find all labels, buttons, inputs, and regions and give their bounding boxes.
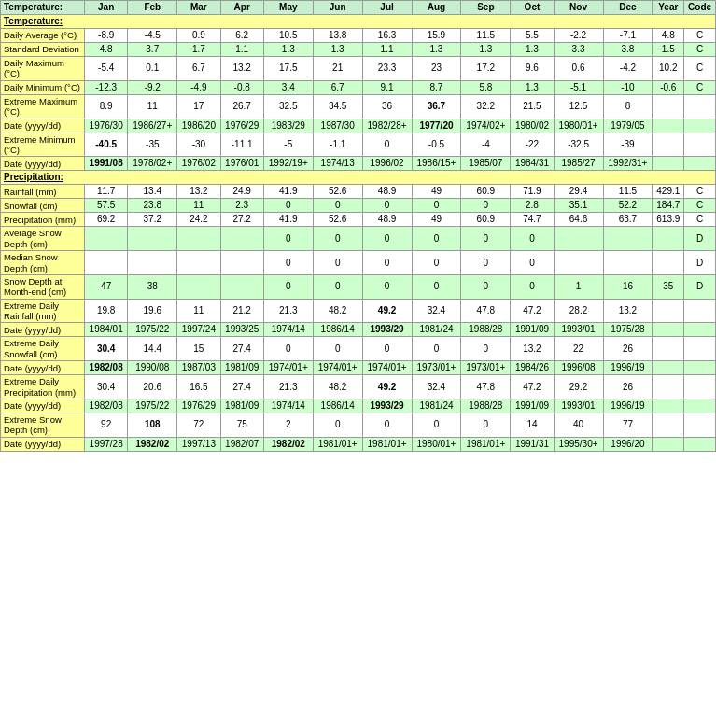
cell-6-0: 1976/30	[85, 119, 128, 133]
cell-23-5: 0	[313, 413, 362, 438]
cell-20-12	[653, 361, 684, 375]
row-label-21: Extreme Daily Precipitation (mm)	[1, 375, 85, 399]
cell-23-11: 77	[603, 413, 653, 438]
cell-1-10: -2.2	[554, 29, 603, 43]
cell-21-3: 27.4	[220, 375, 263, 399]
row-label-3: Daily Maximum (°C)	[1, 57, 85, 81]
cell-2-4: 1.3	[263, 43, 313, 57]
cell-24-5: 1981/01+	[313, 437, 362, 451]
cell-14-13: D	[684, 251, 716, 275]
row-label-7: Extreme Minimum (°C)	[1, 133, 85, 157]
row-label-12: Precipitation (mm)	[1, 213, 85, 227]
cell-8-3: 1976/01	[220, 157, 263, 171]
cell-3-8: 17.2	[461, 57, 511, 81]
header-may: May	[263, 1, 313, 15]
cell-6-7: 1977/20	[412, 119, 461, 133]
cell-12-11: 63.7	[603, 213, 653, 227]
section-header-9: Precipitation:	[1, 171, 716, 185]
cell-24-2: 1997/13	[177, 437, 220, 451]
cell-14-12	[653, 251, 684, 275]
cell-10-4: 41.9	[263, 185, 313, 199]
cell-20-7: 1973/01+	[412, 361, 461, 375]
cell-19-8: 0	[461, 337, 511, 361]
cell-11-9: 2.8	[511, 199, 554, 213]
cell-2-13: C	[684, 43, 716, 57]
cell-7-3: -11.1	[220, 133, 263, 157]
cell-12-10: 64.6	[554, 213, 603, 227]
row-label-6: Date (yyyy/dd)	[1, 119, 85, 133]
cell-23-13	[684, 413, 716, 438]
cell-20-5: 1974/01+	[313, 361, 362, 375]
cell-4-7: 8.7	[412, 80, 461, 94]
cell-1-8: 11.5	[461, 29, 511, 43]
cell-5-12	[653, 94, 684, 119]
cell-23-7: 0	[412, 413, 461, 438]
cell-1-1: -4.5	[128, 29, 177, 43]
cell-12-1: 37.2	[128, 213, 177, 227]
row-label-13: Average Snow Depth (cm)	[1, 227, 85, 251]
cell-8-9: 1984/31	[511, 157, 554, 171]
cell-15-11: 16	[603, 274, 653, 299]
cell-24-9: 1991/31	[511, 437, 554, 451]
cell-15-1: 38	[128, 274, 177, 299]
cell-11-2: 11	[177, 199, 220, 213]
cell-22-11: 1996/19	[603, 399, 653, 413]
cell-20-13	[684, 361, 716, 375]
cell-8-4: 1992/19+	[263, 157, 313, 171]
cell-11-10: 35.1	[554, 199, 603, 213]
cell-13-9: 0	[511, 227, 554, 251]
cell-6-2: 1986/20	[177, 119, 220, 133]
cell-4-3: -0.8	[220, 80, 263, 94]
cell-24-13	[684, 437, 716, 451]
cell-1-11: -7.1	[603, 29, 653, 43]
cell-6-11: 1979/05	[603, 119, 653, 133]
cell-12-4: 41.9	[263, 213, 313, 227]
cell-15-2	[177, 274, 220, 299]
cell-21-13	[684, 375, 716, 399]
cell-22-7: 1981/24	[412, 399, 461, 413]
cell-6-9: 1980/02	[511, 119, 554, 133]
cell-20-9: 1984/26	[511, 361, 554, 375]
cell-10-2: 13.2	[177, 185, 220, 199]
cell-19-13	[684, 337, 716, 361]
cell-24-1: 1982/02	[128, 437, 177, 451]
cell-13-3	[220, 227, 263, 251]
cell-22-9: 1991/09	[511, 399, 554, 413]
cell-7-5: -1.1	[313, 133, 362, 157]
cell-7-4: -5	[263, 133, 313, 157]
row-label-23: Extreme Snow Depth (cm)	[1, 413, 85, 438]
cell-13-0	[85, 227, 128, 251]
cell-21-8: 47.8	[461, 375, 511, 399]
cell-6-6: 1982/28+	[362, 119, 412, 133]
cell-5-7: 36.7	[412, 94, 461, 119]
cell-8-2: 1976/02	[177, 157, 220, 171]
header-dec: Dec	[603, 1, 653, 15]
climate-table: Temperature: Jan Feb Mar Apr May Jun Jul…	[0, 0, 716, 452]
cell-4-13: C	[684, 80, 716, 94]
cell-1-12: 4.8	[653, 29, 684, 43]
cell-23-6: 0	[362, 413, 412, 438]
cell-23-2: 72	[177, 413, 220, 438]
cell-14-10	[554, 251, 603, 275]
cell-15-6: 0	[362, 274, 412, 299]
header-jun: Jun	[313, 1, 362, 15]
row-label-24: Date (yyyy/dd)	[1, 437, 85, 451]
cell-23-3: 75	[220, 413, 263, 438]
cell-15-5: 0	[313, 274, 362, 299]
cell-2-11: 3.8	[603, 43, 653, 57]
cell-14-4: 0	[263, 251, 313, 275]
cell-17-8: 47.8	[461, 299, 511, 323]
cell-7-9: -22	[511, 133, 554, 157]
cell-15-13: D	[684, 274, 716, 299]
cell-17-12	[653, 299, 684, 323]
cell-15-3	[220, 274, 263, 299]
cell-11-1: 23.8	[128, 199, 177, 213]
cell-23-10: 40	[554, 413, 603, 438]
cell-14-6: 0	[362, 251, 412, 275]
cell-14-3	[220, 251, 263, 275]
cell-4-2: -4.9	[177, 80, 220, 94]
row-label-14: Median Snow Depth (cm)	[1, 251, 85, 275]
cell-3-5: 21	[313, 57, 362, 81]
cell-19-3: 27.4	[220, 337, 263, 361]
cell-18-5: 1986/14	[313, 323, 362, 337]
